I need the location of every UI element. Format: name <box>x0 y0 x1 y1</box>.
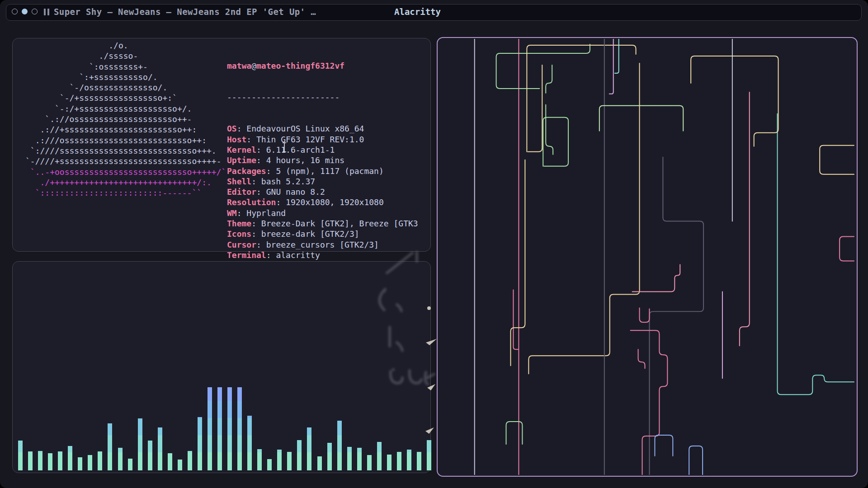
visualizer-bar <box>247 416 252 470</box>
pipe-segment <box>615 39 619 73</box>
pipe-segment <box>649 157 703 475</box>
visualizer-bar <box>387 455 392 470</box>
visualizer-bar <box>78 457 82 470</box>
pipe-segment <box>740 92 750 346</box>
ascii-art-line: ./++++++++++++++++++++++++++++++/:. <box>25 178 212 187</box>
fastfetch-entry: Uptime: 4 hours, 16 mins <box>227 155 418 165</box>
workspace-dot[interactable] <box>32 9 38 14</box>
pause-icon[interactable] <box>44 9 49 15</box>
visualizer-bar <box>28 451 33 470</box>
visualizer-bar <box>227 387 232 470</box>
fastfetch-entry: Terminal: alacritty <box>227 250 418 260</box>
endeavouros-ascii-logo: ./o. ./sssso- `:osssssss+- `:+ssssssssss… <box>25 40 226 198</box>
ascii-art-line: `:////ssssssssssssssssssssssssssso+++. <box>25 146 217 155</box>
workspace-dot-active[interactable] <box>22 9 28 14</box>
visualizer-bar <box>267 459 272 470</box>
visualizer-bar <box>118 448 123 470</box>
visualizer-bar <box>58 451 62 470</box>
visualizer-bar <box>38 451 42 470</box>
ascii-art-line: `-:/+ssssssssssssssssssso+/. <box>25 104 192 113</box>
fastfetch-entry: Packages: 5 (npm), 1117 (pacman) <box>227 166 418 176</box>
pipe-segment <box>655 435 673 456</box>
pipe-segment <box>599 106 683 131</box>
fastfetch-entry: Cursor: breeze_cursors [GTK2/3] <box>227 239 418 250</box>
pipe-segment <box>513 290 518 349</box>
ascii-art-line: `:+sssssssssso/. <box>25 72 158 82</box>
terminal-window-fastfetch[interactable]: ./o. ./sssso- `:osssssss+- `:+ssssssssss… <box>12 38 431 252</box>
visualizer-bar <box>98 451 102 470</box>
visualizer-bar <box>367 455 372 470</box>
visualizer-bar <box>188 451 192 470</box>
pipe-segment <box>528 65 542 152</box>
pipe-segment <box>640 308 650 322</box>
ascii-art-line: `-/+sssssssssssssssso+:` <box>25 93 177 103</box>
fastfetch-entry: Theme: Breeze-Dark [GTK2], Breeze [GTK3 <box>227 218 418 229</box>
visualizer-bar <box>277 450 282 470</box>
visualizer-bar <box>48 453 52 470</box>
fastfetch-entry: Icons: breeze-dark [GTK2/3] <box>227 229 418 239</box>
visualizer-bar <box>198 417 202 470</box>
visualizer-bar <box>337 421 342 470</box>
pipe-segment <box>510 160 525 366</box>
ascii-art-line: .://+ssssssssssssssssssssssso++: <box>25 125 197 134</box>
focused-window-title: Alacritty <box>394 7 441 17</box>
fastfetch-entry: Shell: bash 5.2.37 <box>227 176 418 187</box>
pipe-segment <box>840 237 854 261</box>
ascii-art-line: `.://osssssssssssssssssssso++- <box>25 114 192 124</box>
visualizer-bar <box>377 442 382 470</box>
visualizer-bar <box>307 427 311 470</box>
visualizer-bar <box>208 387 212 470</box>
ascii-art-line: .:///ossssssssssssssssssssssssso++: <box>25 136 207 145</box>
terminal-window-pipes[interactable] <box>437 37 858 477</box>
visualizer-bar <box>297 440 302 470</box>
visualizer-bar <box>397 452 401 470</box>
top-bar: Super Shy – NewJeans – NewJeans 2nd EP '… <box>6 4 862 21</box>
ascii-art-line: ./sssso- <box>25 51 138 61</box>
ascii-art-line: `:::::::::::::::::::::::::------`` <box>25 188 202 197</box>
fastfetch-separator: ----------------------- <box>227 92 418 102</box>
visualizer-bar <box>347 447 352 470</box>
audio-visualizer-bars <box>15 375 428 470</box>
terminal-window-cava[interactable] <box>12 261 431 473</box>
visualizer-bar <box>178 460 182 470</box>
workspace-dot[interactable] <box>12 9 18 14</box>
desktop: Super Shy – NewJeans – NewJeans 2nd EP '… <box>0 0 868 488</box>
ascii-art-line: `..-+oossssssssssssssssssssssssso+++++/` <box>25 167 226 177</box>
visualizer-bar <box>417 452 421 470</box>
visualizer-bar <box>287 452 292 470</box>
visualizer-bar <box>217 387 222 470</box>
visualizer-bar <box>108 423 112 470</box>
visualizer-bar <box>427 440 431 470</box>
pipe-segment <box>691 56 778 146</box>
pipe-segment <box>543 117 568 166</box>
fastfetch-header: matwa@mateo-thingf6312vf <box>227 61 418 71</box>
pipes-screensaver <box>439 39 856 475</box>
pipe-segment <box>638 349 645 368</box>
ascii-art-line: `-/ossssssssssssso/. <box>25 83 167 92</box>
fastfetch-entry: Kernel: 6.11.6-arch1-1 <box>227 145 418 155</box>
media-now-playing[interactable]: Super Shy – NewJeans – NewJeans 2nd EP '… <box>54 7 316 17</box>
fastfetch-entry: WM: Hyprland <box>227 208 418 218</box>
ascii-art-line: ./o. <box>25 41 128 50</box>
visualizer-bar <box>327 443 332 470</box>
visualizer-bar <box>148 441 152 470</box>
visualizer-bar <box>158 427 162 470</box>
visualizer-bar <box>168 453 172 470</box>
ascii-art-line: `-////+ssssssssssssssssssssssssssso++++- <box>25 156 221 166</box>
fastfetch-entry: OS: EndeavourOS Linux x86_64 <box>227 123 418 134</box>
fastfetch-entry: Resolution: 1920x1080, 868x488 <box>227 197 418 207</box>
visualizer-bar <box>407 450 411 470</box>
visualizer-bar <box>88 455 92 470</box>
pipe-segment <box>528 63 639 374</box>
visualizer-bar <box>317 456 322 470</box>
text-cursor-ibeam <box>282 142 287 153</box>
ascii-art-line: `:osssssss+- <box>25 62 148 71</box>
visualizer-bar <box>18 441 23 470</box>
pipe-segment <box>546 105 553 155</box>
fastfetch-entry: Host: Thin GF63 12VF REV:1.0 <box>227 134 418 145</box>
pipe-segment <box>506 422 523 444</box>
pipe-segment <box>689 446 703 475</box>
visualizer-bar <box>237 387 242 470</box>
visualizer-bar <box>68 446 72 470</box>
pipe-segment <box>546 65 552 93</box>
